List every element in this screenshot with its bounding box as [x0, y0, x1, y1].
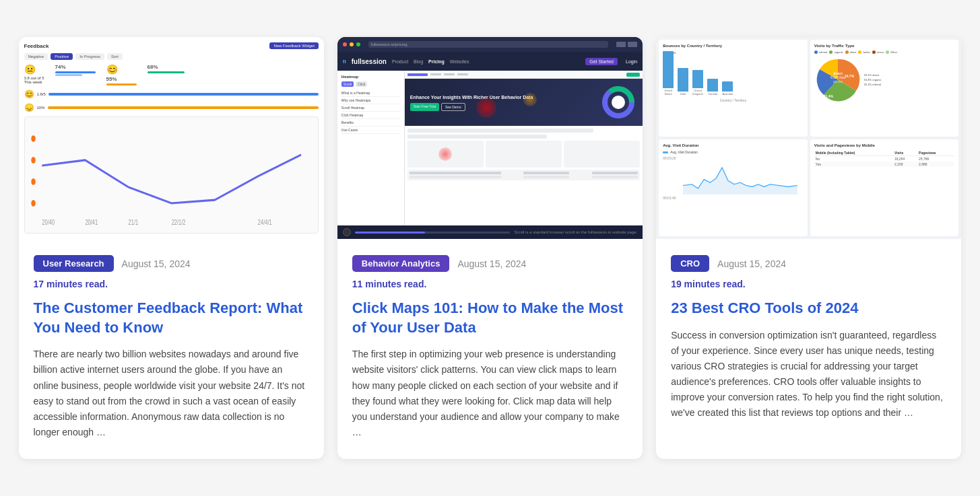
- mock-bar-uk: UnitedKingdom: [692, 70, 703, 96]
- card-image-analytics: Bounces by Country / Territory Bounces U…: [656, 37, 961, 239]
- mock-topbar: fullsession.io/pricing: [337, 37, 643, 52]
- card-body-1: User Research August 15, 2024 17 minutes…: [19, 239, 324, 459]
- mock-table-area: [407, 170, 640, 180]
- svg-text:21/1: 21/1: [128, 218, 138, 227]
- mock-tab: Negative: [24, 53, 48, 60]
- emoji-3: 😞: [24, 103, 34, 112]
- mock-panel-bounces: Bounces by Country / Territory Bounces U…: [659, 40, 808, 137]
- mock-table-row-2: [410, 176, 638, 178]
- mock-hero-btn-1: Start Free Trial: [410, 103, 439, 111]
- mock-tab-3: Sort: [107, 53, 123, 60]
- mock-sidebar-item-3: Scroll Heatmap: [341, 104, 400, 112]
- svg-text:20/40: 20/40: [42, 218, 55, 227]
- mock-line-chart-svg: [683, 156, 804, 200]
- mock-analytics-dashboard: Bounces by Country / Territory Bounces U…: [656, 37, 961, 239]
- bar-uk: [692, 70, 703, 88]
- card-title-3[interactable]: 23 Best CRO Tools of 2024: [671, 299, 946, 318]
- card-title-2[interactable]: Click Maps 101: How to Make the Most of …: [352, 299, 628, 337]
- mock-title: Feedback: [24, 43, 49, 49]
- mock-x-axis-label: Country / Territory: [663, 98, 804, 102]
- mock-stat-1: 74%: [55, 64, 66, 70]
- svg-point-1: [31, 157, 35, 164]
- card-title-1[interactable]: The Customer Feedback Report: What You N…: [34, 299, 309, 337]
- pie-label-pct: (25.1%): [833, 80, 843, 83]
- mock-donut-chart: [600, 84, 637, 121]
- mock-sidebar-item-4: Click Heatmap: [341, 112, 400, 119]
- legend-dot-twitter: [858, 50, 861, 54]
- mock-nav: fi fullsession Product Blog Pricing Webs…: [337, 52, 643, 71]
- mock-panel-title-3: Avg. Visit Duration: [663, 143, 804, 147]
- mock-content-card-1: [407, 141, 484, 168]
- mock-sidebar: Heatmap Scroll Click What is a Heatmap W…: [337, 71, 405, 225]
- tag-cro[interactable]: CRO: [671, 255, 709, 272]
- card-body-2: Behavior Analytics August 15, 2024 11 mi…: [337, 239, 643, 459]
- mock-tab-2: In Progress: [75, 53, 104, 60]
- mock-axis-label: Bounces: [663, 50, 804, 55]
- svg-text:24/4/1: 24/4/1: [257, 218, 271, 227]
- mock-table-cell-4: [410, 176, 501, 178]
- mock-line-min: 00:01:40: [663, 196, 676, 200]
- mock-nav-blog: Blog: [414, 59, 423, 64]
- mock-panel-title-1: Bounces by Country / Territory: [663, 44, 804, 48]
- card-read-time-2: 11 minutes read.: [352, 279, 628, 289]
- mock-top-icons: [616, 42, 637, 47]
- legend-menu: menu: [872, 50, 884, 54]
- mock-bar-australia: Australia: [722, 81, 733, 96]
- mock-hero-btns: Start Free Trial See Demo: [410, 103, 600, 111]
- mock-bar-india: India: [678, 68, 688, 96]
- legend-dot-organic: [829, 50, 832, 54]
- mock-table-cell-5: [523, 176, 569, 178]
- mock-score-2: 1.8/5: [37, 92, 46, 96]
- mock-td-pv-yes: 2,886: [917, 162, 954, 167]
- mock-table-row-yes: Yes 2,158 2,886: [814, 162, 955, 167]
- bar-canada: [707, 79, 718, 92]
- mock-bar-chart: UnitedStates India UnitedKingdom Ca: [663, 57, 804, 97]
- svg-point-3: [31, 200, 35, 207]
- mock-nav-cta: Get Started: [585, 58, 618, 65]
- bar-label-uk: UnitedKingdom: [692, 89, 703, 96]
- mock-table-row-no: No 18,284 25,786: [814, 156, 955, 162]
- card-behavior-analytics: fullsession.io/pricing fi fullsession Pr…: [337, 37, 643, 459]
- svg-text:20/41: 20/41: [85, 218, 98, 227]
- card-image-heatmap: fullsession.io/pricing fi fullsession Pr…: [337, 37, 643, 239]
- bar-us: [663, 51, 674, 88]
- mock-panel-traffic: Visits by Traffic Type referral organic: [810, 40, 959, 137]
- tag-user-research[interactable]: User Research: [34, 255, 114, 272]
- mock-content-rows: [405, 126, 643, 183]
- card-body-3: CRO August 15, 2024 19 minutes read. 23 …: [656, 239, 961, 459]
- card-image-feedback: Feedback New Feedback Widget Negative Po…: [19, 37, 324, 239]
- svg-point-0: [31, 135, 35, 142]
- mock-page-nav-3: [457, 73, 468, 75]
- mock-logo-text: fullsession: [352, 58, 387, 65]
- mock-stat-3: 68%: [148, 64, 158, 70]
- pie-label-direct: direct: [833, 71, 843, 75]
- card-date-1: August 15, 2024: [122, 258, 191, 269]
- mock-th-visits: Visits: [893, 150, 917, 156]
- pie-pct-34: 34.7%: [845, 74, 855, 78]
- bar-australia: [722, 81, 733, 92]
- legend-dot-direct: [845, 50, 849, 54]
- svg-text:22/1/2: 22/1/2: [171, 218, 185, 227]
- mock-nav-product: Product: [392, 59, 408, 64]
- mock-logo: fi: [343, 59, 346, 65]
- mock-progress-bar: [355, 232, 511, 234]
- bar-1: [55, 71, 96, 73]
- mock-table-cell-6: [592, 176, 638, 178]
- mock-nav-pricing: Pricing: [428, 59, 445, 64]
- mock-td-yes: Yes: [814, 162, 893, 167]
- mock-line-chart-container: 00:03:20 00:01:40: [663, 156, 804, 200]
- mock-table-header-row: Mobile (Including Tablet) Visits Pagevie…: [814, 150, 955, 156]
- mock-btn-click: Click: [356, 81, 367, 87]
- bar-label-canada: Canada: [708, 92, 717, 96]
- card-cro: Bounces by Country / Territory Bounces U…: [656, 37, 961, 459]
- card-excerpt-2: The first step in optimizing your web pr…: [352, 347, 628, 440]
- card-meta-1: User Research August 15, 2024: [34, 255, 309, 272]
- mock-pie-values: 22.1% direct 31.4% organic 25.1% referra…: [864, 73, 882, 86]
- legend-label-menu: menu: [877, 50, 884, 54]
- mock-page-header: [405, 71, 643, 79]
- card-excerpt-3: Success in conversion optimization isn't…: [671, 328, 946, 421]
- mock-icon-1: [616, 42, 626, 47]
- legend-label-referral: referral: [819, 50, 828, 54]
- card-meta-2: Behavior Analytics August 15, 2024: [352, 255, 628, 272]
- tag-behavior-analytics[interactable]: Behavior Analytics: [352, 255, 450, 272]
